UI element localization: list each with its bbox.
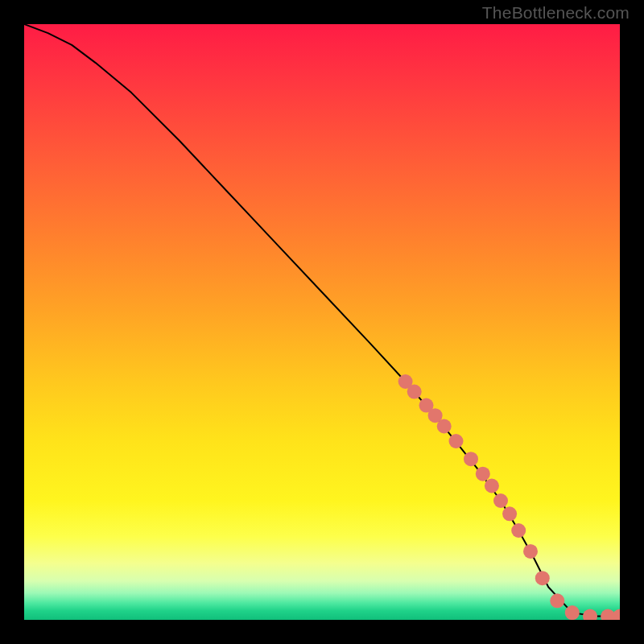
data-marker: [535, 571, 550, 585]
data-marker: [550, 593, 564, 608]
data-marker: [464, 452, 478, 466]
data-marker: [493, 493, 508, 508]
data-marker: [476, 467, 490, 481]
gradient-background: [24, 24, 620, 620]
data-marker: [511, 523, 526, 538]
data-marker: [485, 479, 499, 493]
data-marker: [523, 544, 538, 559]
data-marker: [502, 506, 517, 521]
chart-frame: TheBottleneck.com: [0, 0, 644, 644]
watermark-text: TheBottleneck.com: [482, 3, 630, 23]
data-marker: [437, 419, 452, 434]
chart-svg: [24, 24, 620, 620]
plot-area: [24, 24, 620, 620]
data-marker: [407, 385, 422, 399]
data-marker: [565, 605, 580, 620]
data-marker: [449, 434, 464, 448]
